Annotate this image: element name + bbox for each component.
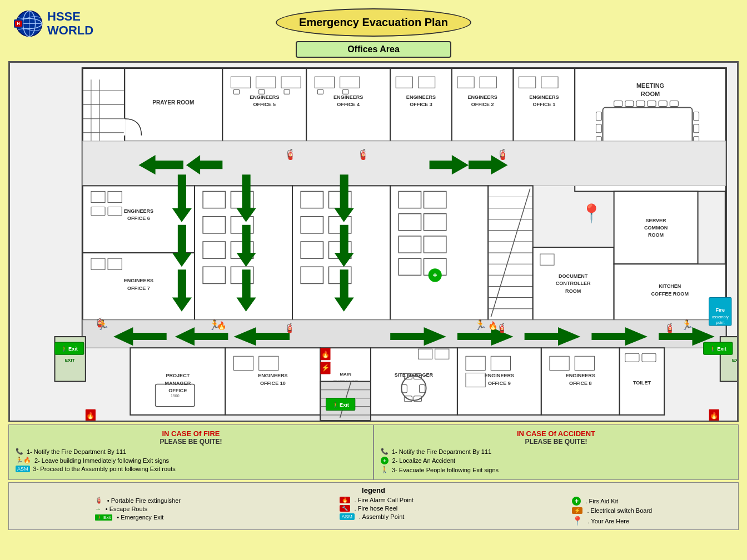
fire-section: IN CASE Of FIRE PLEASE BE QUITE! 📞 1- No…	[8, 424, 374, 480]
legend-fire-alarm: 🔥 . Fire Alarm Call Point	[340, 497, 414, 503]
svg-text:H: H	[17, 21, 20, 26]
fire-step-1: 📞 1- Notify the Fire Department By 111	[16, 448, 366, 455]
phone-icon-2: 📞	[381, 448, 389, 455]
svg-text:🔥: 🔥	[86, 411, 95, 419]
svg-text:🔥: 🔥	[710, 411, 719, 419]
svg-text:ENGINEERS: ENGINEERS	[333, 94, 363, 100]
svg-text:assembly: assembly	[712, 315, 729, 319]
svg-text:🚶 Exit: 🚶 Exit	[61, 346, 78, 352]
exit-sign-icon: 🚶 Exit	[95, 514, 113, 521]
legend-grid: 🧯 • Portable Fire extinguisher → • Escap…	[16, 497, 731, 526]
assembly-icon: ASM	[340, 513, 355, 520]
electrical-icon: ⚡	[572, 507, 582, 514]
svg-text:🏃: 🏃	[97, 319, 109, 331]
svg-text:ENGINEERS: ENGINEERS	[124, 278, 153, 283]
legend-escape: → • Escape Routs	[95, 506, 181, 512]
legend-assembly: ASM . Assembly Point	[340, 513, 414, 520]
exit-run-icon: 🏃🔥	[16, 457, 31, 464]
floorplan: TOILET PRAYER ROOM ENGINEERS OFFICE 5	[8, 61, 739, 422]
fire-title: IN CASE Of FIRE	[16, 429, 366, 438]
accident-step-3: 🚶 3- Evacuate People following Exit sign…	[381, 466, 731, 473]
svg-text:🧯: 🧯	[284, 323, 296, 333]
legend-section: legend 🧯 • Portable Fire extinguisher → …	[8, 482, 739, 530]
legend-col-3: + . Firs Aid Kit ⚡ . Electrical switch B…	[572, 497, 652, 526]
svg-text:OFFICE 2: OFFICE 2	[471, 102, 494, 108]
subtitle-box: Offices Area	[296, 41, 451, 58]
svg-text:MANAGER: MANAGER	[165, 381, 191, 386]
svg-text:🧯: 🧯	[664, 323, 676, 333]
legend-you-are-here: 📍 . Your Are Here	[572, 516, 652, 526]
accident-step-2: + 2- Localize An Accident	[381, 457, 731, 464]
svg-text:OFFICE 10: OFFICE 10	[260, 381, 286, 386]
svg-text:ENGINEERS: ENGINEERS	[258, 373, 287, 378]
svg-text:🧯: 🧯	[496, 148, 509, 161]
logo-text: HSSE WORLD	[47, 10, 93, 37]
fire-instructions-list: 📞 1- Notify the Fire Department By 111 🏃…	[16, 448, 366, 472]
svg-text:KITCHEN: KITCHEN	[659, 284, 681, 289]
fire-step-2: 🏃🔥 2- Leave building Immediately followi…	[16, 457, 366, 464]
svg-text:📍: 📍	[580, 203, 603, 224]
svg-text:ROOM: ROOM	[641, 91, 660, 97]
accident-section: IN CASE Of ACCIDENT PLEASE BE QUITE! 📞 1…	[374, 424, 739, 480]
bottom-sections: IN CASE Of FIRE PLEASE BE QUITE! 📞 1- No…	[8, 424, 739, 480]
fire-ext-icon: 🧯	[95, 497, 103, 504]
location-pin-icon: 📍	[572, 516, 583, 526]
svg-text:1500: 1500	[171, 394, 180, 398]
evacuate-icon: 🚶	[381, 466, 389, 473]
phone-icon: 📞	[16, 448, 23, 455]
accident-title: IN CASE Of ACCIDENT	[381, 429, 731, 438]
logo-area: H HSSE WORLD	[14, 8, 93, 39]
svg-text:MAIN: MAIN	[340, 372, 351, 377]
svg-text:EXIT: EXIT	[65, 358, 75, 363]
legend-col-2: 🔥 . Fire Alarm Call Point 🔧 . Fire hose …	[340, 497, 414, 526]
svg-text:🧯: 🧯	[284, 148, 297, 161]
svg-text:🧯: 🧯	[357, 148, 370, 161]
svg-text:COMMON: COMMON	[644, 225, 668, 231]
svg-text:CONTROLLER: CONTROLLER	[556, 281, 591, 286]
svg-text:Fire: Fire	[716, 307, 725, 313]
fire-alarm-icon: 🔥	[340, 497, 350, 503]
svg-text:SERVER: SERVER	[646, 218, 667, 223]
accident-instruction: PLEASE BE QUITE!	[381, 438, 731, 446]
first-aid-kit-icon: +	[572, 497, 581, 506]
svg-text:OFFICE 6: OFFICE 6	[127, 216, 150, 221]
assembly-icon-small: ASM	[16, 466, 30, 472]
legend-emergency-exit: 🚶 Exit • Emergency Exit	[95, 514, 181, 521]
legend-first-aid: + . Firs Aid Kit	[572, 497, 652, 506]
svg-text:OFFICE 9: OFFICE 9	[488, 381, 511, 386]
legend-fire-hose: 🔧 . Fire hose Reel	[340, 505, 414, 512]
svg-text:PRAYER ROOM: PRAYER ROOM	[152, 99, 194, 106]
escape-route-icon: →	[95, 506, 101, 512]
first-aid-icon: +	[381, 457, 389, 464]
svg-text:DOCUMENT: DOCUMENT	[559, 273, 588, 279]
svg-text:EXIT: EXIT	[732, 358, 737, 363]
svg-text:🧯: 🧯	[496, 323, 508, 333]
svg-text:🔥: 🔥	[488, 321, 498, 331]
svg-text:ENGINEERS: ENGINEERS	[124, 208, 153, 214]
legend-electrical: ⚡ . Electrical switch Board	[572, 507, 652, 514]
accident-instructions-list: 📞 1- Notify the Fire Department By 111 +…	[381, 448, 731, 473]
svg-text:🏃: 🏃	[681, 319, 694, 331]
svg-text:ROOM: ROOM	[648, 232, 664, 238]
svg-text:TOILET: TOILET	[633, 380, 651, 386]
svg-text:ENGINEERS: ENGINEERS	[485, 373, 514, 378]
svg-text:PROJECT: PROJECT	[166, 373, 190, 378]
svg-text:+: +	[433, 271, 437, 279]
subtitle-container: Offices Area	[8, 41, 739, 61]
svg-text:OFFICE: OFFICE	[168, 388, 187, 393]
legend-fire-ext: 🧯 • Portable Fire extinguisher	[95, 497, 181, 504]
svg-text:OFFICE 7: OFFICE 7	[127, 286, 150, 291]
svg-text:OFFICE 8: OFFICE 8	[569, 381, 592, 386]
svg-text:ENGINEERS: ENGINEERS	[566, 373, 595, 378]
svg-text:ENGINEERS: ENGINEERS	[250, 94, 279, 100]
svg-text:🚶 Exit: 🚶 Exit	[332, 402, 349, 408]
svg-text:OFFICE 3: OFFICE 3	[410, 102, 432, 108]
svg-text:OFFICE 5: OFFICE 5	[253, 102, 276, 108]
accident-step-1: 📞 1- Notify the Fire Department By 111	[381, 448, 731, 455]
svg-text:🏃: 🏃	[474, 319, 487, 331]
fire-instruction: PLEASE BE QUITE!	[16, 438, 366, 446]
svg-text:🔥: 🔥	[217, 321, 227, 331]
svg-text:ENGINEERS: ENGINEERS	[468, 94, 497, 100]
svg-text:⚡: ⚡	[321, 363, 330, 372]
svg-text:OFFICE 4: OFFICE 4	[337, 102, 360, 108]
